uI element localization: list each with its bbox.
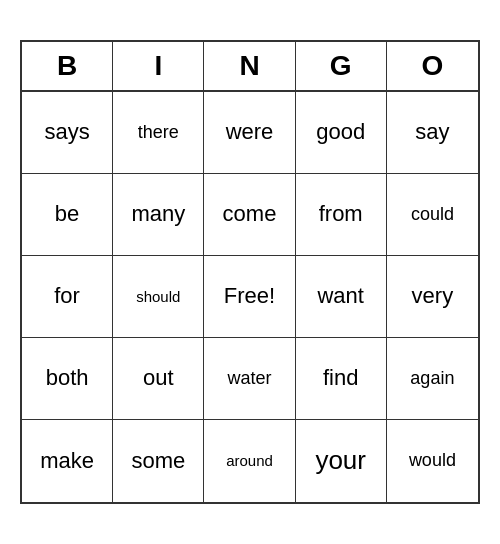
cell-text-1: there xyxy=(138,122,179,144)
cell-text-23: your xyxy=(315,445,366,476)
cell-text-4: say xyxy=(415,119,449,145)
bingo-cell-1: there xyxy=(113,92,204,174)
bingo-cell-16: out xyxy=(113,338,204,420)
bingo-cell-8: from xyxy=(296,174,387,256)
bingo-cell-24: would xyxy=(387,420,478,502)
bingo-cell-21: some xyxy=(113,420,204,502)
cell-text-17: water xyxy=(227,368,271,390)
bingo-cell-2: were xyxy=(204,92,295,174)
cell-text-21: some xyxy=(131,448,185,474)
cell-text-15: both xyxy=(46,365,89,391)
bingo-header: BINGO xyxy=(22,42,478,92)
bingo-cell-20: make xyxy=(22,420,113,502)
bingo-cell-6: many xyxy=(113,174,204,256)
cell-text-11: should xyxy=(136,288,180,306)
cell-text-0: says xyxy=(44,119,89,145)
cell-text-16: out xyxy=(143,365,174,391)
cell-text-10: for xyxy=(54,283,80,309)
bingo-cell-4: say xyxy=(387,92,478,174)
header-cell-g: G xyxy=(296,42,387,90)
bingo-cell-10: for xyxy=(22,256,113,338)
bingo-cell-18: find xyxy=(296,338,387,420)
header-cell-b: B xyxy=(22,42,113,90)
cell-text-24: would xyxy=(409,450,456,472)
bingo-cell-9: could xyxy=(387,174,478,256)
cell-text-14: very xyxy=(412,283,454,309)
bingo-cell-5: be xyxy=(22,174,113,256)
cell-text-22: around xyxy=(226,452,273,470)
bingo-cell-22: around xyxy=(204,420,295,502)
cell-text-5: be xyxy=(55,201,79,227)
cell-text-13: want xyxy=(317,283,363,309)
cell-text-19: again xyxy=(410,368,454,390)
bingo-cell-13: want xyxy=(296,256,387,338)
bingo-grid: saysthereweregoodsaybemanycomefromcouldf… xyxy=(22,92,478,502)
bingo-card: BINGO saysthereweregoodsaybemanycomefrom… xyxy=(20,40,480,504)
bingo-cell-7: come xyxy=(204,174,295,256)
cell-text-2: were xyxy=(226,119,274,145)
cell-text-8: from xyxy=(319,201,363,227)
bingo-cell-0: says xyxy=(22,92,113,174)
cell-text-7: come xyxy=(223,201,277,227)
cell-text-9: could xyxy=(411,204,454,226)
header-cell-i: I xyxy=(113,42,204,90)
cell-text-3: good xyxy=(316,119,365,145)
bingo-cell-11: should xyxy=(113,256,204,338)
bingo-cell-23: your xyxy=(296,420,387,502)
cell-text-18: find xyxy=(323,365,358,391)
cell-text-20: make xyxy=(40,448,94,474)
cell-text-12: Free! xyxy=(224,283,275,309)
bingo-cell-3: good xyxy=(296,92,387,174)
bingo-cell-19: again xyxy=(387,338,478,420)
cell-text-6: many xyxy=(131,201,185,227)
bingo-cell-15: both xyxy=(22,338,113,420)
bingo-cell-14: very xyxy=(387,256,478,338)
header-cell-n: N xyxy=(204,42,295,90)
bingo-cell-17: water xyxy=(204,338,295,420)
bingo-cell-12: Free! xyxy=(204,256,295,338)
header-cell-o: O xyxy=(387,42,478,90)
